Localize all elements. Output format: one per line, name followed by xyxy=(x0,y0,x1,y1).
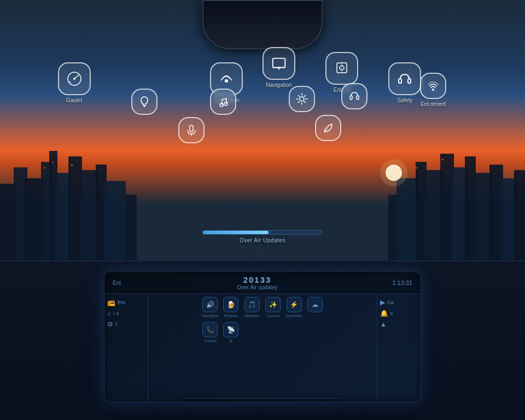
grid-icon-1: 🔊 xyxy=(202,297,218,312)
grid-label-5: Dymmine xyxy=(286,314,302,318)
svg-rect-7 xyxy=(79,170,98,260)
dashboard: Ent. 20133 Over Air updatey 1:13:31 📻 En… xyxy=(0,260,525,420)
status-2[interactable]: 7.0rc xyxy=(217,401,232,402)
svg-rect-10 xyxy=(126,195,137,260)
grid-item-1[interactable]: 🔊 Remdgne xyxy=(202,297,218,318)
svg-rect-23 xyxy=(52,162,54,163)
svg-rect-21 xyxy=(514,170,525,260)
info-left-icon-1[interactable]: 📻 Ent. xyxy=(107,299,145,306)
grid-icon-7: 📞 xyxy=(202,322,218,337)
svg-rect-12 xyxy=(396,178,418,260)
svg-rect-22 xyxy=(44,167,45,168)
status-dot-2 xyxy=(217,402,220,403)
info-center-panel: 🔊 Remdgne 🍺 Phntries 🎵 Monition ✨ xyxy=(148,294,377,402)
svg-rect-18 xyxy=(473,173,492,260)
grid-item-7[interactable]: 📞 Thetree xyxy=(202,322,218,343)
grid-item-8[interactable]: 📡 ⚙ xyxy=(223,322,239,343)
grid-icon-8: 📡 xyxy=(223,322,238,337)
info-right-icon-1[interactable]: ▶ Ca xyxy=(380,299,418,306)
infotainment-screen[interactable]: Ent. 20133 Over Air updatey 1:13:31 📻 En… xyxy=(104,271,421,402)
grid-label-1: Remdgne xyxy=(202,314,218,318)
svg-rect-14 xyxy=(424,170,443,260)
status-6[interactable]: e. Stcfpc xyxy=(310,401,332,402)
grid-label-8: ⚙ xyxy=(229,339,232,343)
progress-fill xyxy=(203,231,269,234)
bell-icon: 🔔 xyxy=(380,310,388,317)
status-dot-1 xyxy=(192,402,196,403)
grid-icon-3: 🎵 xyxy=(244,297,260,312)
info-right-icon-3[interactable]: ▲ xyxy=(380,320,418,328)
grid-icon-2: 🍺 xyxy=(223,297,238,312)
svg-rect-26 xyxy=(442,159,444,160)
rearview-mirror xyxy=(202,0,323,49)
status-4[interactable]: Pause xyxy=(263,401,281,402)
svg-rect-9 xyxy=(104,181,126,260)
status-dot-4 xyxy=(263,402,266,403)
grid-label-2: Phntries xyxy=(224,314,238,318)
grid-item-2[interactable]: 🍺 Phntries xyxy=(223,297,239,318)
status-5[interactable]: Cormrc xyxy=(285,401,305,402)
grid-label-6: ~ xyxy=(314,314,316,318)
music-icon-small: ♪ xyxy=(107,310,110,317)
svg-rect-24 xyxy=(71,165,73,166)
info-left-panel: 📻 Ent. ♪ ♪ s ⚙ f. xyxy=(104,294,148,402)
feature-grid: 🔊 Remdgne 🍺 Phntries 🎵 Monition ✨ xyxy=(196,294,329,346)
info-left-icon-3[interactable]: ⚙ f. xyxy=(107,320,145,328)
info-main: 📻 Ent. ♪ ♪ s ⚙ f. xyxy=(104,294,421,402)
year-display: 20133 xyxy=(243,275,272,284)
background-scene: ||| Gaulet Navigation xyxy=(0,0,525,420)
grid-label-7: Thetree xyxy=(203,339,217,343)
info-right-icon-2[interactable]: 🔔 s xyxy=(380,310,418,317)
info-left-label: Ent. xyxy=(113,280,122,286)
status-dot-6 xyxy=(310,402,313,403)
grid-item-5[interactable]: ⚡ Dymmine xyxy=(285,297,302,318)
gear-icon-small: ⚙ xyxy=(107,320,113,328)
status-1[interactable]: Restart xyxy=(192,401,212,402)
grid-label-4: Comers xyxy=(266,314,280,318)
info-left-icon-2[interactable]: ♪ ♪ s xyxy=(107,310,145,317)
grid-label-3: Monition xyxy=(245,314,259,318)
grid-icon-6: ☁ xyxy=(307,297,323,312)
play-icon: ▶ xyxy=(380,299,385,306)
grid-item-6[interactable]: ☁ ~ xyxy=(307,297,323,318)
grid-item-4[interactable]: ✨ Comers xyxy=(265,297,281,318)
info-right-panel: ▶ Ca 🔔 s ▲ xyxy=(377,294,421,402)
svg-rect-25 xyxy=(416,167,417,168)
info-ota-label: Over Air updatey xyxy=(237,284,277,290)
progress-bar xyxy=(202,230,323,235)
svg-point-28 xyxy=(380,159,407,186)
status-bar: Restart 7.0rc c.status Pause xyxy=(184,398,340,402)
status-dot-3 xyxy=(237,402,241,403)
cursor-icon: ▲ xyxy=(380,320,387,328)
infotainment-header: Ent. 20133 Over Air updatey 1:13:31 xyxy=(104,272,421,294)
grid-item-3[interactable]: 🎵 Monition xyxy=(244,297,260,318)
status-dot-5 xyxy=(285,402,289,403)
info-time: 1:13:31 xyxy=(392,279,412,286)
ota-progress-section: Over Air Updates xyxy=(202,230,323,243)
grid-icon-5: ⚡ xyxy=(287,297,302,312)
svg-rect-2 xyxy=(25,178,44,260)
grid-icon-4: ✨ xyxy=(265,297,281,312)
progress-label: Over Air Updates xyxy=(240,237,285,243)
radio-icon: 📻 xyxy=(107,299,115,306)
status-3[interactable]: c.status xyxy=(237,401,258,402)
